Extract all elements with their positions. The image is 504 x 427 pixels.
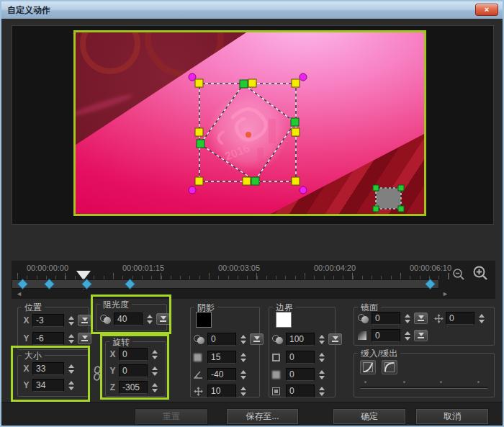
distance-icon [194,387,203,396]
ok-label: 确定 [361,410,378,423]
border-width-icon [272,354,280,361]
link-aspect-icon[interactable] [92,365,102,382]
shadow-group: 阴影 0 15 -40 10 [190,307,260,397]
mirror-offset-input[interactable]: 0 [446,312,474,325]
opacity-icon [272,335,284,344]
ruler-label: 00:00:06:10 [410,264,451,272]
keyframe-diamond[interactable] [125,279,135,289]
rotation-x-input[interactable]: 0 [119,348,148,361]
rotation-x-spinner[interactable] [150,347,159,361]
opacity-icon [358,314,369,323]
blur-icon [194,354,202,361]
x-axis-label: X [22,364,30,374]
keyframe-track[interactable] [12,279,439,289]
ruler-label: 00:00:04:20 [314,264,356,272]
size-label: 大小 [22,350,45,362]
rotation-z-input[interactable]: -305 [119,381,148,394]
size-y-spinner[interactable] [66,378,76,392]
border-width-spinner[interactable] [317,350,326,364]
shadow-color-swatch[interactable] [196,312,212,328]
timeline-area: 00:00:00:00 00:00:01:15 00:00:03:05 00:0… [12,261,495,299]
size-x-input[interactable]: 33 [32,362,64,375]
ease-in-button[interactable] [360,360,376,374]
scroll-right-arrow[interactable]: ► [442,291,449,297]
shadow-opacity-input[interactable]: 0 [207,333,236,346]
border-inner-spinner[interactable] [317,384,326,398]
size-y-input[interactable]: 34 [32,379,64,392]
border-opacity-slider-icon[interactable] [328,333,342,345]
reset-button[interactable]: 重置 [135,408,208,425]
keyframe-diamond[interactable] [45,279,54,289]
slider-dot [403,381,405,383]
mirror-offset-icon [434,314,444,323]
title-bar[interactable]: 自定义动作 × [1,1,503,19]
border-color-swatch[interactable] [276,312,292,328]
mirror-gradient-input[interactable]: 0 [372,329,400,342]
ease-out-button[interactable] [382,360,397,374]
position-y-slider-icon[interactable] [78,333,91,344]
easing-slider[interactable] [360,387,488,389]
mirror-opacity-spinner[interactable] [402,311,412,325]
shadow-opacity-spinner[interactable] [238,332,248,346]
mirror-gradient-slider-icon[interactable] [414,330,428,341]
shadow-angle-spinner[interactable] [238,367,248,382]
shadow-distance-input[interactable]: 10 [207,385,236,397]
opacity-input[interactable]: 40 [114,313,143,325]
rotation-y-input[interactable]: 0 [119,364,148,377]
position-x-spinner[interactable] [66,313,76,328]
mirror-opacity-input[interactable]: 0 [372,312,400,325]
border-opacity-spinner[interactable] [317,332,326,346]
position-label: 位置 [22,302,45,314]
video-frame[interactable]: 2016 [73,30,426,216]
ruler-label: 00:00:03:05 [218,264,260,272]
zoom-out-icon [452,268,465,281]
shadow-blur-spinner[interactable] [238,350,248,364]
shadow-distance-spinner[interactable] [238,384,248,398]
position-x-input[interactable]: -3 [32,314,64,327]
position-y-spinner[interactable] [66,331,76,346]
opacity-icon [100,315,112,324]
rotation-y-spinner[interactable] [150,364,159,378]
mirror-opacity-slider-icon[interactable] [414,313,428,324]
border-inner-input[interactable]: 0 [286,385,315,397]
close-button[interactable]: × [475,4,498,16]
zoom-in-button[interactable] [472,265,489,284]
cancel-label: 取消 [444,410,461,423]
opacity-slider-icon[interactable] [156,313,170,325]
ease-out-icon [384,362,395,372]
zoom-out-button[interactable] [452,268,465,284]
scroll-left-arrow[interactable]: ◄ [16,291,22,297]
border-width-input[interactable]: 0 [286,351,315,364]
timeline-ruler[interactable]: 00:00:00:00 00:00:01:15 00:00:03:05 00:0… [12,262,495,279]
position-x-slider-icon[interactable] [78,315,91,326]
shadow-angle-input[interactable]: -40 [207,368,236,381]
rotation-z-spinner[interactable] [150,380,159,395]
bottom-button-bar: 重置 保存至... 确定 取消 [1,402,504,427]
position-group: 位置 X -3 Y -6 [17,307,89,350]
y-axis-label: Y [109,366,117,376]
save-as-button[interactable]: 保存至... [226,408,299,425]
mirror-gradient-spinner[interactable] [402,328,412,343]
border-inner-icon [272,387,280,395]
keyframe-diamond[interactable] [426,279,435,289]
keyframe-diamond[interactable] [18,279,27,289]
x-axis-label: X [22,315,30,325]
selection-overlay[interactable]: 2016 [76,32,426,216]
border-opacity-input[interactable]: 100 [286,333,315,346]
ok-button[interactable]: 确定 [333,408,406,425]
mirror-offset-spinner[interactable] [477,311,486,325]
opacity-spinner[interactable] [145,312,154,326]
keyframe-diamond[interactable] [82,279,91,289]
slider-dot [440,381,442,383]
shadow-blur-input[interactable]: 15 [207,351,236,364]
cancel-button[interactable]: 取消 [415,408,489,425]
size-group: 大小 X 33 Y 34 [17,355,89,397]
border-blur-spinner[interactable] [317,367,326,382]
border-blur-input[interactable]: 0 [286,368,315,381]
size-x-spinner[interactable] [66,361,76,376]
end-keyframe-box[interactable] [373,185,404,212]
position-y-input[interactable]: -6 [32,332,64,345]
shadow-opacity-slider-icon[interactable] [250,333,264,345]
watermark-monkey-graphic: 2016 [207,92,288,173]
reset-label: 重置 [163,410,180,423]
